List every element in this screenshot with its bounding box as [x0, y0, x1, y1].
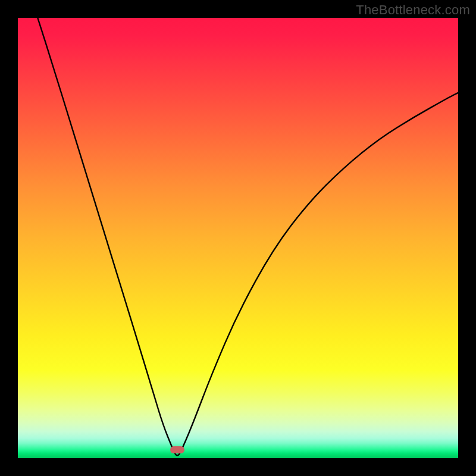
bottleneck-curve: [18, 18, 458, 458]
chart-frame: TheBottleneck.com: [0, 0, 476, 476]
curve-path: [37, 18, 458, 455]
bottleneck-marker: [170, 446, 184, 453]
plot-area: [18, 18, 458, 458]
watermark-text: TheBottleneck.com: [356, 2, 470, 18]
